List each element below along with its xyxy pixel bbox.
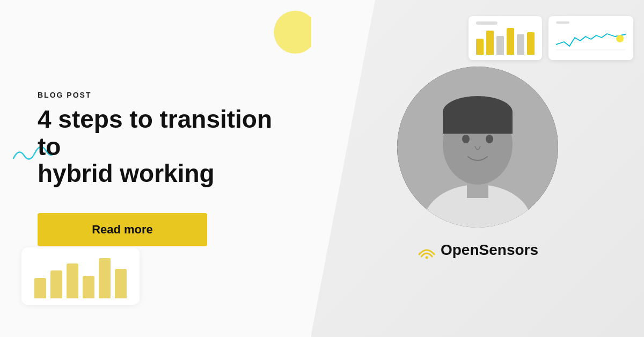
dash-label-line: [556, 21, 569, 24]
svg-point-9: [425, 257, 428, 259]
dash-line-svg: [556, 26, 626, 53]
deco-yellow-circle: [274, 11, 317, 54]
dash-label-bar: [476, 21, 497, 25]
dash-bar-card: [469, 16, 542, 60]
brand-name: OpenSensors: [441, 241, 538, 259]
left-panel: BLOG POST 4 steps to transition to hybri…: [0, 0, 311, 337]
right-panel: OpenSensors: [311, 0, 644, 337]
dash-line-card: [548, 16, 633, 60]
svg-point-5: [462, 135, 470, 143]
svg-rect-8: [443, 112, 513, 134]
logo-area: OpenSensors: [417, 240, 538, 260]
deco-dashboard: [469, 16, 633, 60]
blog-title: 4 steps to transition to hybrid working: [38, 106, 274, 187]
dash-bar-chart: [476, 28, 535, 55]
opensensors-logo-icon: [417, 240, 436, 260]
deco-bar-chart: [21, 247, 140, 305]
avatar-image: [397, 67, 558, 228]
page-container: BLOG POST 4 steps to transition to hybri…: [0, 0, 644, 337]
diagonal-divider: [311, 0, 375, 337]
avatar: [397, 67, 558, 228]
blog-label: BLOG POST: [38, 91, 274, 99]
deco-yellow-dot: [616, 35, 624, 42]
read-more-button[interactable]: Read more: [38, 213, 207, 246]
svg-point-6: [486, 135, 493, 143]
